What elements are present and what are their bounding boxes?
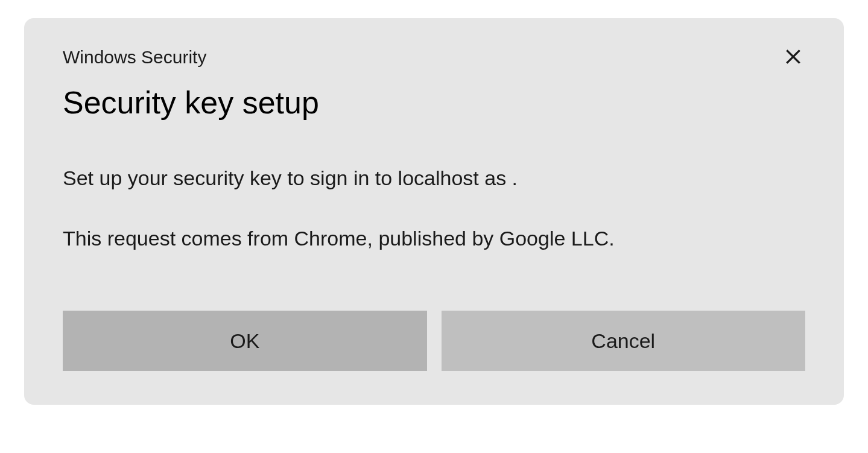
dialog-subtitle: Windows Security <box>63 47 206 68</box>
dialog-header: Windows Security <box>63 47 805 84</box>
ok-button[interactable]: OK <box>63 311 427 371</box>
dialog-button-row: OK Cancel <box>63 311 805 371</box>
dialog-body-line-2: This request comes from Chrome, publishe… <box>63 224 805 253</box>
close-icon <box>784 47 803 66</box>
dialog-body-line-1: Set up your security key to sign in to l… <box>63 164 805 193</box>
cancel-button[interactable]: Cancel <box>442 311 806 371</box>
close-button[interactable] <box>781 45 805 69</box>
security-dialog: Windows Security Security key setup Set … <box>24 18 844 405</box>
dialog-title: Security key setup <box>63 84 805 121</box>
